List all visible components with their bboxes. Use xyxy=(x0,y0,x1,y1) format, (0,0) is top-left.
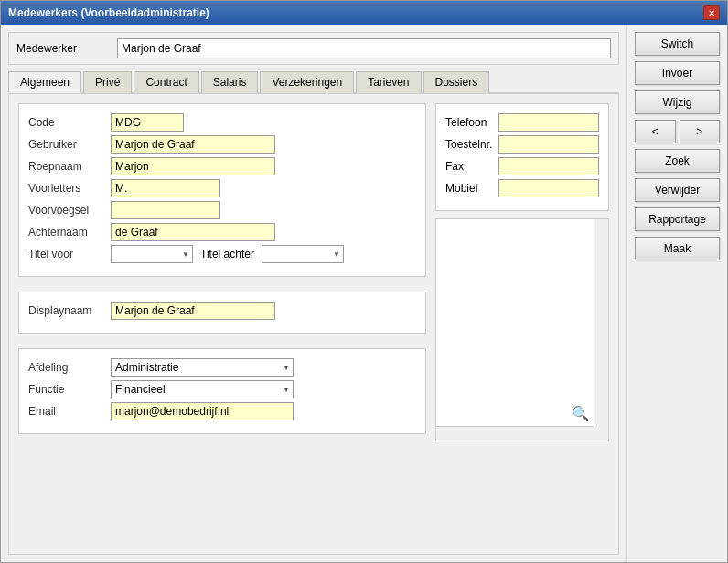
telefoon-label: Telefoon xyxy=(445,116,498,129)
window-body: Medewerker Algemeen Privé Contract Salar… xyxy=(1,25,727,562)
displaynaam-input[interactable] xyxy=(111,302,275,320)
prev-button[interactable]: < xyxy=(635,120,676,143)
voorletters-input[interactable] xyxy=(111,179,220,197)
fax-input[interactable] xyxy=(498,157,599,175)
title-bar: Medewerkers (Voorbeeldadministratie) ✕ xyxy=(1,1,727,25)
afdeling-label: Afdeling xyxy=(28,361,111,374)
phone-section: Telefoon Toestelnr. Fax xyxy=(435,103,609,211)
search-icon[interactable]: 🔍 xyxy=(572,405,590,422)
verwijder-button[interactable]: Verwijder xyxy=(635,178,720,202)
window-title: Medewerkers (Voorbeeldadministratie) xyxy=(8,6,209,19)
medewerker-row: Medewerker xyxy=(8,32,619,65)
personal-info-section: Code Gebruiker Roepnaam xyxy=(18,103,426,277)
afdeling-wrapper: Administratie xyxy=(111,358,294,377)
titel-achter-select[interactable] xyxy=(262,245,344,263)
functie-select[interactable]: Financieel xyxy=(111,380,294,398)
tab-algemeen[interactable]: Algemeen xyxy=(8,71,81,93)
achternaam-row: Achternaam xyxy=(28,223,416,241)
medewerker-label: Medewerker xyxy=(16,42,117,55)
gebruiker-input[interactable] xyxy=(111,135,275,154)
code-label: Code xyxy=(28,116,111,129)
telefoon-input[interactable] xyxy=(498,113,599,132)
email-input[interactable] xyxy=(111,402,294,420)
roepnaam-label: Roepnaam xyxy=(28,160,111,173)
mobiel-label: Mobiel xyxy=(445,182,498,195)
fax-label: Fax xyxy=(445,160,498,173)
email-label: Email xyxy=(28,405,111,418)
toestelnr-label: Toestelnr. xyxy=(445,138,498,151)
maak-button[interactable]: Maak xyxy=(635,237,720,260)
gebruiker-label: Gebruiker xyxy=(28,138,111,151)
afdeling-select[interactable]: Administratie xyxy=(111,358,294,377)
titel-achter-wrapper xyxy=(262,245,344,263)
tabs-container: Algemeen Privé Contract Salaris Verzeker… xyxy=(8,70,619,93)
right-col: Telefoon Toestelnr. Fax xyxy=(435,103,609,441)
achternaam-input[interactable] xyxy=(111,223,275,241)
displaynaam-label: Displaynaam xyxy=(28,304,111,317)
tab-content-algemeen: Code Gebruiker Roepnaam xyxy=(8,93,619,555)
toestelnr-input[interactable] xyxy=(498,135,599,154)
gebruiker-row: Gebruiker xyxy=(28,135,416,154)
fax-row: Fax xyxy=(445,157,599,175)
zoek-button[interactable]: Zoek xyxy=(635,149,720,173)
titel-voor-label: Titel voor xyxy=(28,248,111,260)
left-col: Code Gebruiker Roepnaam xyxy=(18,103,426,441)
roepnaam-input[interactable] xyxy=(111,157,275,175)
email-row: Email xyxy=(28,402,416,420)
notes-textarea[interactable] xyxy=(436,219,594,426)
tab-contract[interactable]: Contract xyxy=(134,71,198,93)
voorvoegsel-row: Voorvoegsel xyxy=(28,201,416,219)
org-section: Afdeling Administratie Functie xyxy=(18,348,426,434)
displaynaam-row: Displaynaam xyxy=(28,302,416,320)
voorletters-row: Voorletters xyxy=(28,179,416,197)
afdeling-row: Afdeling Administratie xyxy=(28,358,416,377)
rapportage-button[interactable]: Rapportage xyxy=(635,207,720,231)
invoer-button[interactable]: Invoer xyxy=(635,61,720,85)
notes-section: 🔍 xyxy=(435,218,609,441)
titel-achter-label: Titel achter xyxy=(200,248,254,260)
titel-row: Titel voor Titel achter xyxy=(28,245,416,263)
wijzig-button[interactable]: Wijzig xyxy=(635,90,720,114)
voorvoegsel-label: Voorvoegsel xyxy=(28,204,111,217)
mobiel-input[interactable] xyxy=(498,179,599,197)
tab-salaris[interactable]: Salaris xyxy=(201,71,259,93)
functie-label: Functie xyxy=(28,383,111,396)
switch-button[interactable]: Switch xyxy=(635,32,720,56)
two-col-layout: Code Gebruiker Roepnaam xyxy=(18,103,609,441)
nav-buttons: < > xyxy=(635,120,720,143)
functie-row: Functie Financieel xyxy=(28,380,416,398)
tab-tarieven[interactable]: Tarieven xyxy=(356,71,421,93)
tab-verzekeringen[interactable]: Verzekeringen xyxy=(260,71,354,93)
code-row: Code xyxy=(28,113,416,132)
telefoon-row: Telefoon xyxy=(445,113,599,132)
notes-hscrollbar[interactable] xyxy=(436,426,594,441)
next-button[interactable]: > xyxy=(680,120,721,143)
main-window: Medewerkers (Voorbeeldadministratie) ✕ M… xyxy=(0,0,728,563)
voorvoegsel-input[interactable] xyxy=(111,201,220,219)
tab-prive[interactable]: Privé xyxy=(83,71,132,93)
functie-wrapper: Financieel xyxy=(111,380,294,398)
mobiel-row: Mobiel xyxy=(445,179,599,197)
roepnaam-row: Roepnaam xyxy=(28,157,416,175)
code-input[interactable] xyxy=(111,113,184,132)
medewerker-input[interactable] xyxy=(117,38,611,58)
titel-voor-select[interactable] xyxy=(111,245,193,263)
voorletters-label: Voorletters xyxy=(28,182,111,195)
toestelnr-row: Toestelnr. xyxy=(445,135,599,154)
right-panel: Switch Invoer Wijzig < > Zoek Verwijder … xyxy=(626,25,727,562)
tab-dossiers[interactable]: Dossiers xyxy=(423,71,490,93)
achternaam-label: Achternaam xyxy=(28,226,111,239)
notes-corner xyxy=(594,426,608,441)
close-button[interactable]: ✕ xyxy=(703,5,720,20)
displaynaam-section: Displaynaam xyxy=(18,292,426,334)
notes-scrollbar[interactable] xyxy=(594,219,608,426)
main-content: Medewerker Algemeen Privé Contract Salar… xyxy=(1,25,626,562)
titel-voor-wrapper xyxy=(111,245,193,263)
